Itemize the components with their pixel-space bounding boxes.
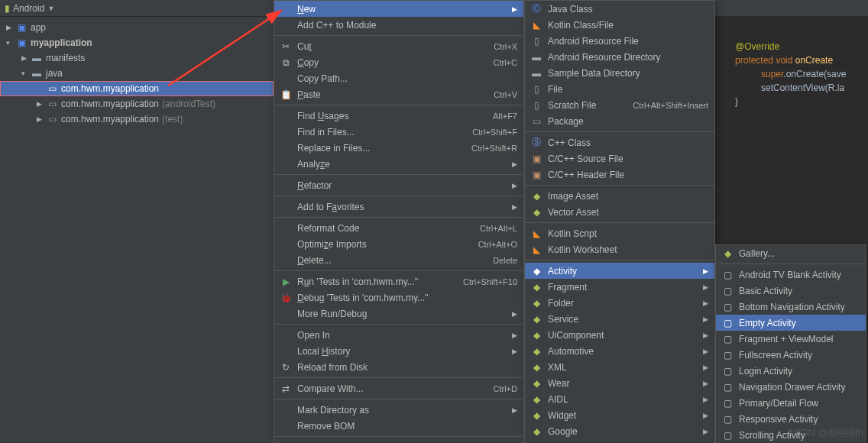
menu-debug-tests[interactable]: 🐞Debug 'Tests in 'com.hwm.my...'' [274, 289, 523, 306]
menu-optimize-imports[interactable]: Optimize ImportsCtrl+Alt+O [274, 236, 523, 252]
menu-wear[interactable]: ◆Wear▶ [525, 375, 714, 391]
menu-scrolling-activity[interactable]: ▢Scrolling Activity [716, 427, 866, 443]
submenu-arrow-icon: ▶ [703, 283, 708, 291]
cpp-source-icon: ▣ [530, 154, 543, 164]
menu-fragment[interactable]: ◆Fragment▶ [525, 279, 714, 295]
menu-widget[interactable]: ◆Widget▶ [525, 407, 714, 423]
tree-node-manifests[interactable]: ▶ ▬ manifests [0, 50, 274, 66]
separator [525, 185, 714, 186]
menu-responsive-activity[interactable]: ▢Responsive Activity [716, 411, 866, 427]
menu-cpp-source[interactable]: ▣C/C++ Source File [525, 150, 714, 167]
context-menu[interactable]: New▶ Add C++ to Module ✂CutCtrl+X ⧉CopyC… [274, 0, 524, 443]
menu-aidl[interactable]: ◆AIDL▶ [525, 391, 714, 407]
tree-node-package-test[interactable]: ▶ ▭ com.hwm.myapplication (test) [0, 112, 274, 127]
separator [716, 264, 866, 264]
chevron-right-icon: ▶ [21, 54, 29, 62]
copy-icon: ⧉ [279, 57, 293, 68]
menu-find-usages[interactable]: Find UsagesAlt+F7 [274, 108, 523, 124]
menu-paste[interactable]: 📋PasteCtrl+V [274, 86, 523, 102]
submenu-arrow-icon: ▶ [703, 364, 708, 371]
separator [274, 324, 523, 325]
menu-empty-activity[interactable]: ▢Empty Activity [716, 315, 866, 331]
menu-remove-bom[interactable]: Remove BOM [274, 418, 523, 434]
module-icon: ▣ [15, 37, 28, 48]
activity-icon: ▢ [721, 350, 734, 361]
activity-submenu[interactable]: ◆Gallery... ▢Android TV Blank Activity ▢… [715, 244, 866, 443]
menu-cpp-class[interactable]: ⓈC++ Class [525, 134, 714, 150]
kotlin-icon: ◣ [530, 244, 543, 255]
menu-run-tests[interactable]: ▶Run 'Tests in 'com.hwm.my...''Ctrl+Shif… [274, 273, 523, 289]
menu-kotlin-worksheet[interactable]: ◣Kotlin Worksheet [525, 241, 714, 257]
menu-navigation-drawer[interactable]: ▢Navigation Drawer Activity [716, 379, 866, 395]
menu-primary-detail[interactable]: ▢Primary/Detail Flow [716, 395, 866, 411]
submenu-arrow-icon: ▶ [512, 203, 517, 211]
menu-new[interactable]: New▶ [274, 1, 523, 17]
project-tree[interactable]: ▶ ▣ app ▾ ▣ myapplication ▶ ▬ manifests … [0, 17, 274, 443]
menu-favorites[interactable]: Add to Favorites▶ [274, 199, 523, 215]
activity-icon: ▢ [721, 270, 734, 280]
menu-bottom-nav[interactable]: ▢Bottom Navigation Activity [716, 299, 866, 315]
menu-image-asset[interactable]: ◆Image Asset [525, 188, 714, 204]
menu-service[interactable]: ◆Service▶ [525, 311, 714, 327]
android-icon: ◆ [530, 314, 543, 325]
tree-node-package-androidtest[interactable]: ▶ ▭ com.hwm.myapplication (androidTest) [0, 96, 274, 112]
new-submenu[interactable]: ⒸJava Class ◣Kotlin Class/File ▯Android … [524, 0, 715, 443]
menu-file[interactable]: ▯File [525, 81, 714, 97]
file-icon: ▯ [530, 100, 543, 111]
dropdown-arrow-icon[interactable]: ▼ [47, 5, 54, 12]
menu-package[interactable]: ▭Package [525, 113, 714, 129]
android-icon: ◆ [530, 298, 543, 309]
menu-analyze[interactable]: Analyze▶ [274, 156, 523, 172]
view-title: Android [13, 3, 44, 14]
menu-gallery[interactable]: ◆Gallery... [716, 245, 866, 261]
menu-compare-with[interactable]: ⇄Compare With...Ctrl+D [274, 380, 523, 396]
separator [525, 260, 714, 260]
menu-open-in[interactable]: Open In▶ [274, 327, 523, 343]
menu-xml[interactable]: ◆XML▶ [525, 359, 714, 375]
menu-scratch-file[interactable]: ▯Scratch FileCtrl+Alt+Shift+Insert [525, 97, 714, 113]
menu-add-cpp[interactable]: Add C++ to Module [274, 17, 523, 33]
menu-delete[interactable]: Delete...Delete [274, 252, 523, 268]
tree-node-myapplication[interactable]: ▾ ▣ myapplication [0, 35, 274, 50]
menu-cpp-header[interactable]: ▣C/C++ Header File [525, 167, 714, 183]
android-icon: ◆ [721, 248, 734, 259]
menu-create-gist[interactable]: ◯Create Gist... [274, 439, 523, 443]
menu-mark-directory[interactable]: Mark Directory as▶ [274, 402, 523, 418]
menu-more-run-debug[interactable]: More Run/Debug▶ [274, 306, 523, 322]
menu-folder[interactable]: ◆Folder▶ [525, 295, 714, 311]
menu-refactor[interactable]: Refactor▶ [274, 177, 523, 193]
menu-tv-blank[interactable]: ▢Android TV Blank Activity [716, 267, 866, 283]
menu-login-activity[interactable]: ▢Login Activity [716, 363, 866, 379]
separator [525, 222, 714, 223]
menu-copy-path[interactable]: Copy Path... [274, 70, 523, 86]
menu-automotive[interactable]: ◆Automotive▶ [525, 343, 714, 359]
menu-resource-dir[interactable]: ▬Android Resource Directory [525, 49, 714, 65]
menu-reformat[interactable]: Reformat CodeCtrl+Alt+L [274, 220, 523, 236]
android-icon: ◆ [530, 282, 543, 293]
menu-kotlin-script[interactable]: ◣Kotlin Script [525, 225, 714, 241]
menu-compose[interactable]: ◆Compose▶ [525, 439, 714, 443]
tree-node-package-main[interactable]: ▭ com.hwm.myapplication [0, 81, 274, 96]
separator [274, 399, 523, 399]
menu-google[interactable]: ◆Google▶ [525, 423, 714, 439]
cpp-header-icon: ▣ [530, 170, 543, 180]
menu-reload-disk[interactable]: ↻Reload from Disk [274, 359, 523, 375]
tree-node-app[interactable]: ▶ ▣ app [0, 20, 274, 35]
tree-node-java[interactable]: ▾ ▬ java [0, 66, 274, 81]
menu-fullscreen-activity[interactable]: ▢Fullscreen Activity [716, 347, 866, 363]
submenu-arrow-icon: ▶ [512, 182, 517, 189]
menu-replace-in-files[interactable]: Replace in Files...Ctrl+Shift+R [274, 140, 523, 156]
menu-cut[interactable]: ✂CutCtrl+X [274, 38, 523, 54]
menu-vector-asset[interactable]: ◆Vector Asset [525, 204, 714, 220]
menu-uicomponent[interactable]: ◆UiComponent▶ [525, 327, 714, 343]
menu-activity[interactable]: ◆Activity▶ [525, 263, 714, 279]
menu-find-in-files[interactable]: Find in Files...Ctrl+Shift+F [274, 124, 523, 140]
menu-java-class[interactable]: ⒸJava Class [525, 1, 714, 17]
menu-kotlin-class[interactable]: ◣Kotlin Class/File [525, 17, 714, 33]
menu-sample-dir[interactable]: ▬Sample Data Directory [525, 65, 714, 81]
menu-copy[interactable]: ⧉CopyCtrl+C [274, 54, 523, 70]
menu-resource-file[interactable]: ▯Android Resource File [525, 33, 714, 49]
menu-basic-activity[interactable]: ▢Basic Activity [716, 283, 866, 299]
menu-local-history[interactable]: Local History▶ [274, 343, 523, 359]
menu-fragment-viewmodel[interactable]: ▢Fragment + ViewModel [716, 331, 866, 347]
